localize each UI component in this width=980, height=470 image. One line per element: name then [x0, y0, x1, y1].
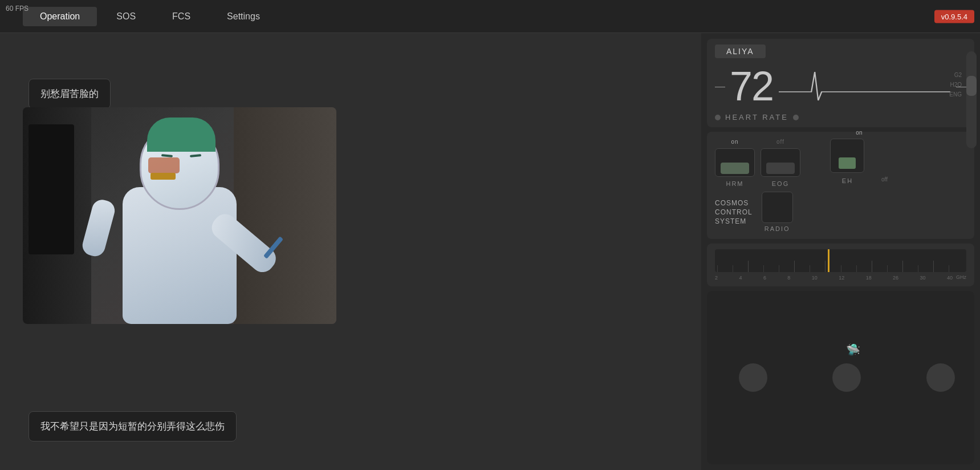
hrm-label: HRM: [726, 180, 743, 187]
indicator-right: [793, 115, 799, 120]
side-label-g2: G2: [954, 72, 962, 78]
tab-sos[interactable]: SOS: [99, 7, 153, 26]
eog-switch[interactable]: [761, 148, 800, 177]
side-label-h2o: H2O: [950, 82, 962, 88]
eog-module: off EOG: [761, 139, 800, 187]
dash-before: —: [715, 80, 725, 92]
cosmos-line1: COSMOS: [715, 199, 753, 207]
controls-panel: on HRM off EOG: [707, 132, 974, 239]
vitals-header: ALIYA: [715, 44, 966, 58]
cosmos-radio-row: COSMOS CONTROL SYSTEM RADIO: [715, 192, 800, 232]
heart-rate-label-row: HEART RATE: [715, 113, 966, 121]
tab-fcs[interactable]: FCS: [155, 7, 208, 26]
map-circle-3: [926, 363, 955, 392]
indicator-left: [715, 115, 721, 120]
radio-module[interactable]: [762, 192, 793, 223]
heart-rate-value: 72: [730, 63, 773, 110]
right-panel: ALIYA — 72 — HEART RATE: [701, 33, 980, 470]
eog-state-label: off: [776, 139, 784, 145]
freq-unit-label: GHz: [956, 274, 966, 280]
fps-display: 60 FPS: [6, 5, 29, 13]
tab-settings[interactable]: Settings: [210, 7, 277, 26]
cosmos-line3: SYSTEM: [715, 217, 753, 225]
controls-main: on HRM off EOG: [715, 139, 966, 232]
version-badge: v0.9.5.4: [934, 10, 974, 23]
freq-labels: 2 4 6 8 10 12 18 26 30 40: [715, 275, 953, 281]
freq-panel: 2 4 6 8 10 12 18 26 30 40 GHz: [707, 244, 974, 286]
dialogue-text-2: 我不希望只是因为短暂的分别弄得这么悲伤: [40, 421, 225, 432]
character-image: [23, 107, 336, 324]
map-panel: 🛸: [707, 291, 974, 464]
hrm-state-label: on: [731, 139, 738, 145]
hrm-switch[interactable]: [715, 148, 755, 177]
map-circle-2: [832, 363, 861, 392]
dialogue-box-2: 我不希望只是因为短暂的分别弄得这么悲伤: [29, 411, 237, 441]
radio-label: RADIO: [765, 225, 790, 232]
side-label-eng: ENG: [949, 91, 962, 98]
hrm-eog-row: on HRM off EOG: [715, 139, 800, 187]
heart-rate-label-text: HEART RATE: [725, 113, 788, 121]
dialogue-box-1: 别愁眉苦脸的: [29, 79, 111, 109]
freq-marker[interactable]: [828, 249, 829, 272]
ecg-display: [779, 69, 950, 103]
eog-state-label2: off: [881, 176, 888, 183]
vitals-panel: ALIYA — 72 — HEART RATE: [707, 39, 974, 127]
eh-switch[interactable]: [830, 139, 864, 173]
eh-on-label: on: [856, 129, 862, 136]
map-circle-1: [739, 363, 767, 392]
map-cursor: 🛸: [846, 343, 860, 356]
eh-block: on EH off: [807, 139, 888, 183]
freq-scale: [715, 249, 966, 272]
tab-operation[interactable]: Operation: [23, 7, 97, 26]
left-controls: on HRM off EOG: [715, 139, 800, 232]
main-area: 别愁眉苦脸的: [0, 33, 701, 470]
cosmos-line2: CONTROL: [715, 208, 753, 216]
hrm-module: on HRM: [715, 139, 755, 187]
eh-label: EH: [842, 177, 853, 184]
map-bg: 🛸: [707, 291, 974, 464]
topbar: 60 FPS Operation SOS FCS Settings v0.9.5…: [0, 0, 980, 33]
radio-block: RADIO: [762, 192, 793, 232]
dialogue-text-1: 别愁眉苦脸的: [40, 88, 99, 99]
nav-tabs: Operation SOS FCS Settings: [23, 7, 277, 26]
eog-label: EOG: [772, 180, 789, 187]
cosmos-block: COSMOS CONTROL SYSTEM: [715, 199, 753, 225]
character-name-label: ALIYA: [715, 44, 766, 58]
